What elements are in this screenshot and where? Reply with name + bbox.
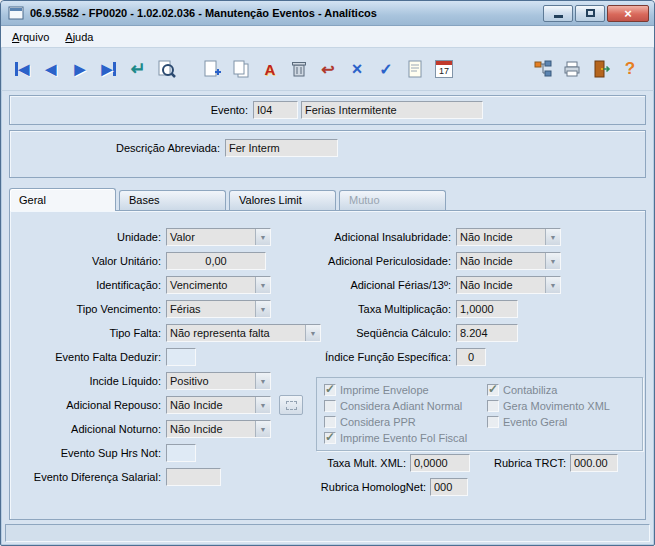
go-to-button[interactable]: ↵ <box>125 56 151 82</box>
title-bar[interactable]: 06.9.5582 - FP0020 - 1.02.02.036 - Manut… <box>1 1 654 26</box>
copy-document-icon <box>231 59 251 79</box>
checkbox-column-2: Contabiliza Gera Movimento XML Evento Ge… <box>487 382 610 430</box>
sequencia-calculo-input[interactable] <box>456 324 518 342</box>
minimize-button[interactable] <box>543 5 573 22</box>
close-button[interactable]: × <box>607 5 649 22</box>
tipo-falta-label: Tipo Falta: <box>14 327 166 339</box>
adicional-repouso-label: Adicional Repouso: <box>14 399 166 411</box>
evento-label: Evento: <box>10 104 253 116</box>
undo-icon: ↩ <box>321 60 334 79</box>
checkbox-considera-adiant-normal[interactable]: Considera Adiant Normal <box>324 398 467 414</box>
checkbox-box-icon <box>324 432 336 444</box>
next-record-icon: ▶ <box>75 62 86 76</box>
tipo-vencimento-select[interactable]: Férias ▼ <box>166 300 271 318</box>
app-icon <box>8 5 24 21</box>
checkbox-box-icon <box>487 384 499 396</box>
toolbar: ◀ ◀ ▶ ▶ ↵ A ↩ × ✓ 17 <box>1 48 654 91</box>
checkbox-considera-ppr[interactable]: Considera PPR <box>324 414 467 430</box>
adicional-repouso-select[interactable]: Não Incide ▼ <box>166 396 271 414</box>
unidade-select[interactable]: Valor ▼ <box>166 228 271 246</box>
indice-funcao-especifica-label: Índice Função Específica: <box>308 351 456 363</box>
app-window: 06.9.5582 - FP0020 - 1.02.02.036 - Manut… <box>0 0 655 546</box>
calendar-icon: 17 <box>435 60 453 78</box>
tab-valores-limit[interactable]: Valores Limit <box>229 190 336 210</box>
adicional-ferias-13-select[interactable]: Não Incide ▼ <box>456 276 561 294</box>
adicional-noturno-select[interactable]: Não Incide ▼ <box>166 420 271 438</box>
last-record-button[interactable]: ▶ <box>96 56 122 82</box>
font-icon: A <box>265 61 276 78</box>
adicional-periculosidade-select[interactable]: Não Incide ▼ <box>456 252 561 270</box>
prev-record-button[interactable]: ◀ <box>38 56 64 82</box>
adicional-insalubridade-label: Adicional Insalubridade: <box>308 231 456 243</box>
prev-record-icon: ◀ <box>46 62 57 76</box>
related-features-button[interactable] <box>530 56 556 82</box>
tab-bases[interactable]: Bases <box>119 190 226 210</box>
undo-button[interactable]: ↩ <box>315 56 341 82</box>
rubrica-homolognet-input[interactable] <box>430 478 468 496</box>
confirm-icon: ✓ <box>379 60 392 79</box>
print-button[interactable] <box>559 56 585 82</box>
delete-button[interactable] <box>286 56 312 82</box>
checkbox-imprime-envelope[interactable]: Imprime Envelope <box>324 382 467 398</box>
exit-button[interactable] <box>588 56 614 82</box>
next-record-button[interactable]: ▶ <box>67 56 93 82</box>
checkbox-box-icon <box>324 416 336 428</box>
descricao-abreviada-input[interactable] <box>225 139 338 157</box>
checkbox-imprime-evento-fol-fiscal[interactable]: Imprime Evento Fol Fiscal <box>324 430 467 446</box>
chevron-down-icon: ▼ <box>545 229 560 245</box>
incide-liquido-select[interactable]: Positivo ▼ <box>166 372 271 390</box>
homolognet-row: Rubrica HomologNet: <box>308 475 647 499</box>
valor-unitario-input[interactable] <box>166 252 266 270</box>
rubrica-trct-input[interactable] <box>570 454 618 472</box>
help-button[interactable]: ? <box>617 56 643 82</box>
menu-arquivo[interactable]: Arquivo <box>4 28 57 46</box>
checkbox-box-icon <box>487 400 499 412</box>
notes-button[interactable] <box>402 56 428 82</box>
tipo-vencimento-label: Tipo Vencimento: <box>14 303 166 315</box>
exit-door-icon <box>591 59 611 79</box>
window-controls: × <box>543 5 649 22</box>
chevron-down-icon: ▼ <box>255 229 270 245</box>
adicional-insalubridade-select[interactable]: Não Incide ▼ <box>456 228 561 246</box>
add-button[interactable] <box>199 56 225 82</box>
valor-unitario-label: Valor Unitário: <box>14 255 166 267</box>
tab-geral[interactable]: Geral <box>9 188 116 211</box>
menu-ajuda[interactable]: Ajuda <box>57 28 101 46</box>
copy-button[interactable] <box>228 56 254 82</box>
tipo-falta-select[interactable]: Não representa falta ▼ <box>166 324 321 342</box>
checkbox-evento-geral[interactable]: Evento Geral <box>487 414 610 430</box>
chevron-down-icon: ▼ <box>255 277 270 293</box>
checkbox-column-1: Imprime Envelope Considera Adiant Normal… <box>324 382 467 446</box>
evento-diferenca-salarial-input[interactable] <box>166 468 221 486</box>
checkbox-gera-movimento-xml[interactable]: Gera Movimento XML <box>487 398 610 414</box>
search-button[interactable] <box>154 56 180 82</box>
repouso-detail-button[interactable] <box>279 395 303 415</box>
rubrica-homolognet-label: Rubrica HomologNet: <box>308 481 430 493</box>
indice-funcao-especifica-input[interactable] <box>456 348 486 366</box>
evento-falta-deduzir-label: Evento Falta Deduzir: <box>14 351 166 363</box>
taxa-multiplicacao-input[interactable] <box>456 300 518 318</box>
grid-icon <box>286 401 297 410</box>
tab-strip: Geral Bases Valores Limit Mutuo <box>9 188 654 210</box>
cancel-button[interactable]: × <box>344 56 370 82</box>
calendar-button[interactable]: 17 <box>431 56 457 82</box>
chevron-down-icon: ▼ <box>255 373 270 389</box>
checkbox-contabiliza[interactable]: Contabiliza <box>487 382 610 398</box>
evento-sup-hrs-not-input[interactable] <box>166 444 196 462</box>
evento-code-input[interactable] <box>253 101 298 119</box>
rubrica-trct-label: Rubrica TRCT: <box>470 457 570 469</box>
first-record-button[interactable]: ◀ <box>9 56 35 82</box>
evento-falta-deduzir-input[interactable] <box>166 348 196 366</box>
taxa-multiplicacao-label: Taxa Multiplicação: <box>308 303 456 315</box>
chevron-down-icon: ▼ <box>255 301 270 317</box>
options-groupbox: Imprime Envelope Considera Adiant Normal… <box>316 377 643 451</box>
chevron-down-icon: ▼ <box>545 253 560 269</box>
window-title: 06.9.5582 - FP0020 - 1.02.02.036 - Manut… <box>30 7 543 19</box>
maximize-button[interactable] <box>575 5 605 22</box>
font-button[interactable]: A <box>257 56 283 82</box>
identificacao-select[interactable]: Vencimento ▼ <box>166 276 271 294</box>
evento-desc-input[interactable] <box>301 101 483 119</box>
evento-sup-hrs-not-label: Evento Sup Hrs Not: <box>14 447 166 459</box>
confirm-button[interactable]: ✓ <box>373 56 399 82</box>
taxa-mult-xml-input[interactable] <box>410 454 470 472</box>
